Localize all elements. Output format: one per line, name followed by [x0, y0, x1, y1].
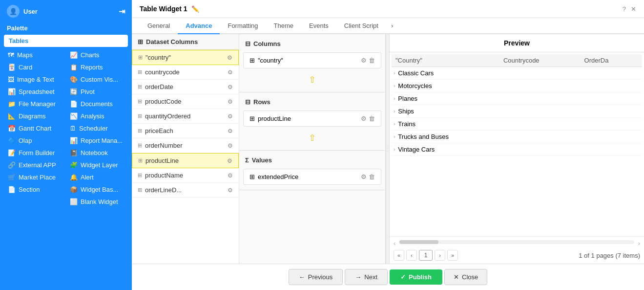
publish-button[interactable]: ✓ Publish	[390, 269, 442, 285]
value-settings-icon[interactable]: ⚙	[361, 173, 367, 180]
column-settings-icon[interactable]: ⚙	[361, 57, 367, 64]
user-avatar-icon: 👤	[7, 5, 20, 18]
sidebar-item-pivot[interactable]: 🔄 Pivot	[66, 86, 128, 98]
columns-section-label: Columns	[253, 40, 281, 47]
tab-more-icon[interactable]: ›	[386, 18, 398, 33]
prev-page-button[interactable]: ‹	[406, 250, 417, 261]
dataset-item[interactable]: ⊞ priceEach ⚙	[132, 124, 239, 138]
tab-general[interactable]: General	[140, 18, 178, 34]
tab-advance[interactable]: Advance	[178, 18, 220, 34]
form-builder-icon: 📝	[8, 149, 16, 156]
sidebar-item-reports[interactable]: 📋 Reports	[66, 61, 128, 73]
rows-section: ⊟ Rows ⊞ productLine ⚙ 🗑 ⇧	[239, 92, 385, 151]
values-section-header: Σ Values	[239, 154, 385, 167]
dataset-item-gear-icon[interactable]: ⚙	[228, 172, 233, 179]
sidebar-item-gantt-chart[interactable]: 📅 Gantt Chart	[4, 122, 66, 134]
next-button[interactable]: → Next	[345, 269, 388, 285]
tab-events[interactable]: Events	[301, 18, 336, 34]
scroll-left-arrow[interactable]: ‹	[394, 240, 395, 247]
sidebar-back-icon[interactable]: ⇥	[119, 7, 125, 16]
row-delete-icon[interactable]: 🗑	[369, 115, 375, 122]
sidebar-item-alert[interactable]: 🔔 Alert	[66, 171, 128, 183]
close-button-label: Close	[462, 273, 478, 281]
sidebar-item-blank-widget[interactable]: ⬜ Blank Widget	[66, 196, 128, 208]
sidebar-item-scheduler[interactable]: 🗓 Scheduler	[66, 122, 128, 134]
dataset-item-gear-icon[interactable]: ⚙	[227, 157, 232, 164]
dataset-item[interactable]: ⊞ orderDate ⚙	[132, 80, 239, 94]
palette-label: Palette	[0, 22, 132, 35]
sidebar-item-documents[interactable]: 📄 Documents	[66, 98, 128, 110]
dataset-item-gear-icon[interactable]: ⚙	[228, 113, 233, 120]
sidebar-item-label: Scheduler	[79, 125, 108, 132]
dataset-item[interactable]: ⊞ productLine ⚙	[132, 153, 239, 168]
sidebar-item-label: External APP	[19, 161, 56, 169]
dataset-item[interactable]: ⊞ orderNumber ⚙	[132, 138, 239, 153]
row-settings-icon[interactable]: ⚙	[361, 115, 367, 122]
sidebar-item-tables[interactable]: Tables	[4, 35, 128, 47]
dataset-item[interactable]: ⊞ orderLineD... ⚙	[132, 183, 239, 198]
sidebar-item-external-app[interactable]: 🔗 External APP	[4, 159, 66, 171]
scroll-right-arrow[interactable]: ›	[638, 240, 640, 247]
sidebar-item-section[interactable]: 📄 Section	[4, 183, 66, 196]
dataset-columns-panel: ⊞ Dataset Columns ⊞ "country" ⚙ ⊞ countr…	[132, 34, 239, 264]
first-page-button[interactable]: «	[394, 250, 404, 261]
preview-col-header-orderdate: OrderDa	[584, 57, 638, 64]
dataset-item-gear-icon[interactable]: ⚙	[228, 187, 233, 194]
rows-section-header: ⊟ Rows	[239, 95, 385, 109]
scrollbar-track[interactable]	[399, 240, 634, 244]
sidebar-item-market-place[interactable]: 🛒 Market Place	[4, 171, 66, 183]
column-delete-icon[interactable]: 🗑	[369, 57, 375, 64]
last-page-button[interactable]: »	[447, 250, 458, 261]
dataset-item-gear-icon[interactable]: ⚙	[228, 98, 233, 105]
tree-row-label: Motorcycles	[398, 82, 432, 89]
dataset-item[interactable]: ⊞ quantityOrdered ⚙	[132, 109, 239, 124]
sidebar-item-custom-vis[interactable]: 🎨 Custom Vis...	[66, 73, 128, 86]
column-type-icon: ⊞	[138, 69, 142, 75]
divider-handle[interactable]: ⋮	[386, 34, 390, 264]
previous-button[interactable]: ← Previous	[289, 269, 343, 285]
sidebar-item-analysis[interactable]: 📉 Analysis	[66, 110, 128, 122]
sidebar-item-image-text[interactable]: 🖼 Image & Text	[4, 73, 66, 86]
help-icon[interactable]: ?	[623, 5, 626, 13]
edit-title-icon[interactable]: ✏️	[191, 5, 199, 13]
sidebar-item-olap[interactable]: 🔷 Olap	[4, 134, 66, 147]
sidebar-item-report-manager[interactable]: 📊 Report Mana...	[66, 134, 128, 147]
dataset-item-gear-icon[interactable]: ⚙	[228, 142, 233, 149]
sidebar-item-maps[interactable]: 🗺 Maps	[4, 49, 66, 61]
tab-theme[interactable]: Theme	[266, 18, 301, 34]
publish-check-icon: ✓	[400, 273, 406, 281]
sidebar-item-widget-base[interactable]: 📦 Widget Bas...	[66, 183, 128, 196]
sidebar-item-diagrams[interactable]: 📐 Diagrams	[4, 110, 66, 122]
values-section-icon: Σ	[245, 156, 249, 164]
dataset-item-gear-icon[interactable]: ⚙	[227, 54, 232, 61]
tab-client-script[interactable]: Client Script	[336, 18, 386, 34]
dataset-item[interactable]: ⊞ productName ⚙	[132, 168, 239, 183]
dataset-item[interactable]: ⊞ countrycode ⚙	[132, 65, 239, 80]
dataset-item-gear-icon[interactable]: ⚙	[228, 69, 233, 76]
sidebar-item-form-builder[interactable]: 📝 Form Builder	[4, 147, 66, 159]
row-item: ⊞ productLine ⚙ 🗑	[243, 111, 381, 127]
dataset-item[interactable]: ⊞ productCode ⚙	[132, 94, 239, 109]
sidebar-item-spreadsheet[interactable]: 📊 Spreadsheet	[4, 86, 66, 98]
sidebar-item-file-manager[interactable]: 📁 File Manager	[4, 98, 66, 110]
sidebar-item-widget-layer[interactable]: 🧩 Widget Layer	[66, 159, 128, 171]
tab-formatting[interactable]: Formatting	[220, 18, 266, 34]
dataset-item[interactable]: ⊞ "country" ⚙	[132, 50, 239, 65]
pivot-icon: 🔄	[70, 88, 78, 95]
value-delete-icon[interactable]: 🗑	[369, 173, 375, 180]
sidebar-item-card[interactable]: 🃏 Card	[4, 61, 66, 73]
preview-header: Preview	[390, 34, 644, 52]
dataset-item-gear-icon[interactable]: ⚙	[228, 84, 233, 90]
sidebar-item-notebook[interactable]: 📓 Notebook	[66, 147, 128, 159]
next-page-button[interactable]: ›	[435, 250, 445, 261]
dataset-item-gear-icon[interactable]: ⚙	[228, 128, 233, 134]
preview-tree-row: › Trucks and Buses	[392, 131, 642, 143]
spreadsheet-icon: 📊	[8, 88, 16, 95]
publish-button-label: Publish	[409, 273, 432, 281]
sidebar-item-charts[interactable]: 📈 Charts	[66, 49, 128, 61]
column-item: ⊞ "country" ⚙ 🗑	[243, 52, 381, 68]
close-button[interactable]: ✕ Close	[444, 269, 487, 285]
pagination-total-info: 1 of 1 pages (7 items)	[579, 252, 640, 259]
close-window-icon[interactable]: ✕	[631, 5, 636, 13]
chevron-icon: ›	[394, 121, 395, 127]
